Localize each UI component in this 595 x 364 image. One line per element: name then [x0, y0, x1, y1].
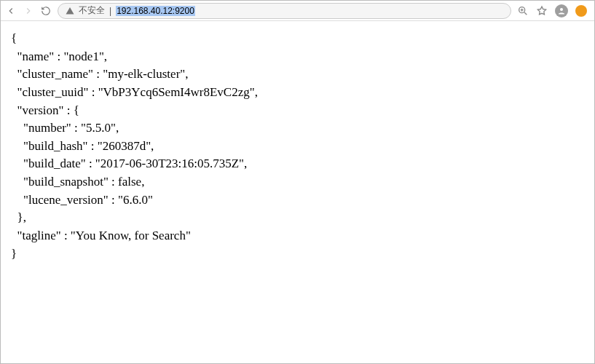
val-build-date: 2017-06-30T23:16:05.735Z: [101, 157, 239, 170]
profile-icon[interactable]: [555, 4, 568, 17]
zoom-icon[interactable]: [517, 5, 529, 17]
val-cluster-uuid: VbP3Ycq6SemI4wr8EvC2zg: [103, 85, 250, 99]
val-lucene: 6.6.0: [123, 193, 148, 207]
svg-point-1: [560, 8, 563, 11]
val-build-snapshot: false: [118, 175, 141, 189]
val-build-hash: 260387d: [103, 139, 146, 153]
warning-icon: [66, 7, 74, 15]
notification-icon[interactable]: [575, 5, 587, 17]
val-cluster-name: my-elk-cluster: [108, 67, 180, 81]
val-name: node1: [68, 50, 99, 63]
separator: |: [109, 6, 111, 16]
val-number: 5.5.0: [86, 121, 111, 135]
val-tagline: You Know, for Search: [76, 229, 186, 242]
back-button[interactable]: [5, 5, 17, 17]
url-text: 192.168.40.12:9200: [116, 6, 195, 16]
address-bar[interactable]: 不安全 | 192.168.40.12:9200: [58, 3, 511, 19]
reload-button[interactable]: [40, 5, 52, 17]
star-icon[interactable]: [536, 5, 548, 17]
json-response: { "name" : "node1", "cluster_name" : "my…: [1, 21, 594, 272]
insecure-label: 不安全: [79, 4, 105, 17]
toolbar-right: [517, 4, 590, 17]
forward-button[interactable]: [23, 5, 34, 17]
browser-toolbar: 不安全 | 192.168.40.12:9200: [1, 1, 594, 21]
